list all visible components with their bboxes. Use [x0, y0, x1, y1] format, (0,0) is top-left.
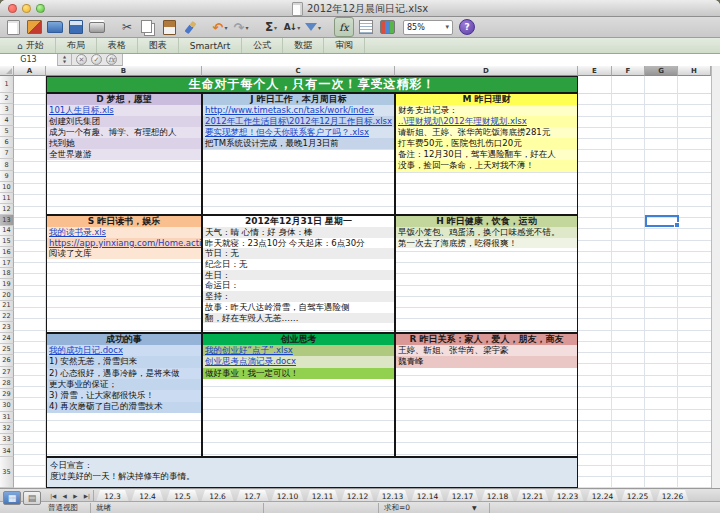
filter-dropdown-icon[interactable]: ▾	[318, 24, 321, 31]
name-box[interactable]: G13	[0, 54, 58, 66]
column-header-H[interactable]: H	[678, 66, 711, 76]
row-header-6[interactable]: 6	[0, 137, 14, 148]
section-header[interactable]: J 昨日工作，本月周目标	[203, 94, 394, 105]
row-header-16[interactable]: 16	[0, 247, 14, 258]
column-header-B[interactable]: B	[46, 66, 202, 76]
cell[interactable]: 翻，好在车毁人无恙……	[203, 313, 394, 324]
tab-nav-icon-3[interactable]: ▶	[73, 493, 77, 499]
row-header-34[interactable]: 34	[0, 445, 14, 456]
column-header-G[interactable]: G	[645, 66, 678, 76]
row-header-11[interactable]: 11	[0, 193, 14, 204]
cell[interactable]: 纪念日：无	[203, 259, 394, 270]
cell[interactable]: 王婷、靳姐、张华芮、梁宇豪	[396, 345, 577, 356]
cell[interactable]: 我的创业好“点子”.xlsx	[203, 345, 394, 356]
cell[interactable]: http://www.timetask.cn/task/work/index	[203, 105, 394, 116]
row-header-26[interactable]: 26	[0, 355, 14, 366]
section-header[interactable]: S 昨日读书，娱乐	[47, 216, 201, 227]
row-header-24[interactable]: 24	[0, 333, 14, 344]
banner-cell[interactable]: 生命对于每个人，只有一次！享受这精彩！	[46, 76, 578, 93]
row-header-31[interactable]: 31	[0, 412, 14, 423]
row-header-10[interactable]: 10	[0, 182, 14, 193]
row-header-27[interactable]: 27	[0, 367, 14, 378]
row-header-8[interactable]: 8	[0, 159, 14, 170]
zoom-dropdown-icon[interactable]: ▾	[445, 23, 449, 31]
redo-dropdown-icon[interactable]: ▾	[245, 24, 248, 31]
open-folder-icon[interactable]	[46, 18, 64, 36]
cell[interactable]: ..\理财规划\2012年理财规划.xlsx	[396, 116, 577, 127]
cell[interactable]: 没事，捡回一条命，上天对我不薄！	[396, 160, 577, 171]
row-header-21[interactable]: 21	[0, 301, 14, 312]
ribbon-tab-4[interactable]: 图表	[138, 38, 179, 53]
row-header-29[interactable]: 29	[0, 389, 14, 400]
section-header[interactable]: 创业思考	[203, 334, 394, 345]
row-header-9[interactable]: 9	[0, 171, 14, 182]
filter-icon[interactable]: ▾	[304, 18, 322, 36]
formula-builder-icon[interactable]: fx	[334, 17, 354, 37]
cell[interactable]: 节日：无	[203, 248, 394, 259]
new-document-icon[interactable]	[4, 18, 22, 36]
ribbon-tab-1[interactable]: ⌂开始	[6, 38, 56, 53]
undo-dropdown-icon[interactable]: ▾	[224, 24, 227, 31]
section-header[interactable]: 2012年12月31日 星期一	[203, 216, 394, 227]
declaration-cell[interactable]: 今日宣言： 度过美好的一天！解决掉修车的事情。	[46, 457, 578, 488]
section-header[interactable]: 成功的事	[47, 334, 201, 345]
ribbon-tab-8[interactable]: 审阅	[324, 38, 365, 53]
row-header-28[interactable]: 28	[0, 378, 14, 389]
ribbon-tab-7[interactable]: 数据	[283, 38, 324, 53]
ribbon-tab-2[interactable]: 布局	[56, 38, 97, 53]
row-header-14[interactable]: 14	[0, 226, 14, 237]
zoom-select[interactable]: 85%▾	[403, 20, 453, 35]
cell[interactable]: 坚持：	[203, 291, 394, 302]
cell[interactable]: 第一次去了海底捞，吃得很爽！	[396, 238, 577, 249]
cell[interactable]: 3) 滑雪，让大家都很快乐！	[47, 390, 201, 401]
cell[interactable]: 全世界遨游	[47, 149, 201, 160]
title-bar[interactable]: 2012年12月晨间日记.xlsx	[0, 0, 720, 17]
cell[interactable]: 2) 心态很好，遇事冷静，是将来做	[47, 368, 201, 379]
row-header-15[interactable]: 15	[0, 236, 14, 247]
cell[interactable]: 备注：12月30日，驾车遇险翻车，好在人	[396, 149, 577, 160]
save-icon[interactable]	[67, 18, 85, 36]
insert-function-icon[interactable]: fx	[106, 54, 117, 65]
cancel-icon[interactable]: ✕	[76, 54, 87, 65]
row-header-7[interactable]: 7	[0, 148, 14, 159]
name-box-stepper[interactable]: ▲▼	[58, 54, 72, 66]
row-header-19[interactable]: 19	[0, 279, 14, 290]
column-header-C[interactable]: C	[202, 66, 395, 76]
vertical-scrollbar[interactable]	[711, 66, 720, 488]
row-header-23[interactable]: 23	[0, 322, 14, 333]
selected-cell[interactable]	[645, 215, 679, 227]
redo-icon[interactable]: ↷▾	[232, 18, 250, 36]
cell[interactable]: 我的成功日记.docx	[47, 345, 201, 356]
cell[interactable]: 4) 再次磨砺了自己的滑雪技术	[47, 401, 201, 412]
row-header-3[interactable]: 3	[0, 104, 14, 115]
cell[interactable]: 命运日：	[203, 280, 394, 291]
cell[interactable]: 做好事业！我一定可以！	[203, 368, 394, 379]
cell[interactable]: 找到她	[47, 138, 201, 149]
row-header-18[interactable]: 18	[0, 268, 14, 279]
row-header-20[interactable]: 20	[0, 290, 14, 301]
toolbox-icon[interactable]	[378, 18, 396, 36]
undo-icon[interactable]: ↶▾	[211, 18, 229, 36]
column-header-D[interactable]: D	[395, 66, 578, 76]
cell[interactable]: 把TM系统设计完成，最晚1月3日前	[203, 138, 394, 149]
autosum-dropdown-icon[interactable]: ▾	[274, 24, 277, 31]
sort-dropdown-icon[interactable]: ▾	[297, 24, 300, 31]
tab-nav-icon-4[interactable]: ▶|	[84, 493, 90, 499]
cell[interactable]: 魏青峰	[396, 356, 577, 367]
column-header-A[interactable]: A	[14, 66, 46, 76]
cell[interactable]: 1) 安然无恙，滑雪归来	[47, 356, 201, 367]
cell[interactable]: 请靳姐、王婷、张华芮吃饭海底捞281元	[396, 127, 577, 138]
ribbon-tab-3[interactable]: 表格	[97, 38, 138, 53]
column-header-E[interactable]: E	[578, 66, 612, 76]
row-header-13[interactable]: 13	[0, 215, 14, 226]
sort-icon[interactable]: A↓▾	[283, 18, 301, 36]
cell[interactable]: 生日：	[203, 270, 394, 281]
print-icon[interactable]	[88, 18, 106, 36]
row-header-2[interactable]: 2	[0, 93, 14, 104]
section-header[interactable]: D 梦想，愿望	[47, 94, 201, 105]
row-header-1[interactable]: 1	[0, 76, 14, 93]
section-header[interactable]: R 昨日关系：家人，爱人，朋友，商友	[396, 334, 577, 345]
select-all-corner[interactable]	[0, 66, 14, 76]
autosum-icon[interactable]: Σ▾	[262, 18, 280, 36]
row-header-5[interactable]: 5	[0, 126, 14, 137]
